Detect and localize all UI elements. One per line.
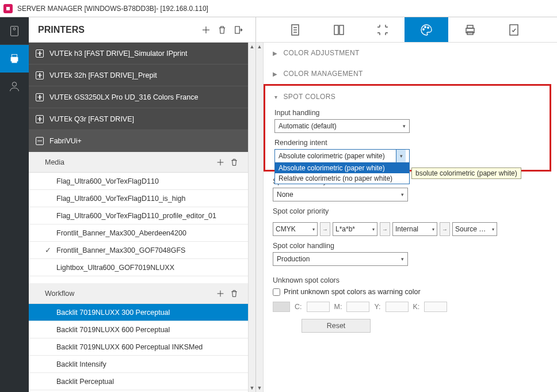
check-icon: ✓ bbox=[45, 246, 56, 254]
add-printer-button[interactable] bbox=[198, 22, 214, 38]
workflow-item-selected[interactable]: Backlit 7019NLUXX 300 Perceptual bbox=[29, 304, 248, 321]
tab-print[interactable] bbox=[448, 17, 492, 42]
workflow-item[interactable]: Backlit 7019NLUXX 600 Perceptual INKSMed bbox=[29, 338, 248, 356]
printer-item[interactable]: VUTEk GS3250LX Pro UD_316 Colors France bbox=[29, 86, 248, 108]
chevron-down-icon: ▾ bbox=[372, 227, 375, 232]
svg-point-1 bbox=[13, 28, 16, 30]
svg-rect-25 bbox=[510, 25, 518, 35]
document-icon bbox=[288, 23, 302, 37]
svg-rect-23 bbox=[467, 25, 473, 28]
tab-color[interactable] bbox=[405, 17, 448, 42]
delete-printer-button[interactable] bbox=[214, 22, 230, 38]
section-color-adjustment[interactable]: ▶ COLOR ADJUSTMENT bbox=[264, 43, 557, 63]
svg-rect-18 bbox=[339, 25, 344, 35]
printer-item[interactable]: VUTEk Q3r [FAST DRIVE] bbox=[29, 108, 248, 130]
expand-icon bbox=[36, 93, 44, 101]
chevron-down-icon: ▾ bbox=[312, 227, 315, 232]
y-input[interactable] bbox=[386, 302, 409, 312]
media-item[interactable]: Flag_Ultra600_VorTexFlagD110_is_high bbox=[29, 190, 248, 207]
warning-color-checkbox[interactable]: Print unknown spot colors as warning col… bbox=[273, 288, 548, 296]
scroll-down-icon[interactable]: ▼ bbox=[256, 384, 263, 392]
delete-media-button[interactable] bbox=[227, 155, 241, 169]
chevron-down-icon: ▾ bbox=[492, 227, 494, 232]
tab-layout[interactable] bbox=[317, 17, 361, 42]
spot-color-priority-label: Spot color priority bbox=[273, 207, 548, 215]
printer-item[interactable]: VUTEk 32h [FAST DRIVE]_Prepit bbox=[29, 64, 248, 86]
svg-rect-3 bbox=[12, 55, 17, 58]
tab-verify[interactable] bbox=[492, 17, 536, 42]
plus-icon bbox=[216, 289, 225, 298]
right-scrollbar[interactable]: ▲ ▼ bbox=[256, 43, 264, 392]
import-icon bbox=[233, 25, 243, 35]
workflow-item[interactable]: Backlit Perceptual bbox=[29, 373, 248, 390]
checkbox-input[interactable] bbox=[273, 288, 280, 296]
dropdown-option[interactable]: Relative colorimetric (no paper white) bbox=[275, 173, 409, 184]
scroll-down-icon[interactable]: ▼ bbox=[249, 384, 255, 392]
trash-icon bbox=[230, 289, 239, 298]
expand-icon bbox=[36, 50, 44, 58]
spot-color-library-select[interactable]: None ▾ bbox=[273, 188, 408, 201]
priority-select-4[interactable]: Source …▾ bbox=[452, 222, 497, 236]
warning-color-values: C: M: Y: K: bbox=[273, 302, 548, 312]
media-item[interactable]: Flag_Ultra600_VorTexFlagD110_profile_edi… bbox=[29, 207, 248, 224]
rendering-intent-select[interactable]: Absolute colorimetric (paper white) ▾ bbox=[274, 149, 410, 163]
tab-document[interactable] bbox=[273, 17, 317, 42]
priority-select-1[interactable]: CMYK▾ bbox=[273, 222, 318, 236]
spot-color-handling-select[interactable]: Production ▾ bbox=[273, 252, 408, 266]
media-group-header[interactable]: Media bbox=[29, 152, 248, 173]
rendering-intent-dropdown: Absolute colorimetric (paper white) Rela… bbox=[274, 162, 410, 184]
input-handling-select[interactable]: Automatic (default) ▾ bbox=[274, 119, 410, 133]
printer-item-expanded[interactable]: FabriVUi+ bbox=[29, 130, 248, 152]
workflow-item[interactable]: Backlit Intensify bbox=[29, 356, 248, 373]
k-input[interactable] bbox=[424, 302, 447, 312]
highlight-box: ▾ SPOT COLORS Input handling Automatic (… bbox=[264, 84, 551, 172]
priority-select-2[interactable]: L*a*b*▾ bbox=[333, 222, 377, 236]
svg-point-20 bbox=[425, 26, 426, 27]
sidebar-scrollbar[interactable]: ▲ ▼ bbox=[248, 43, 255, 392]
section-color-management[interactable]: ▶ COLOR MANAGEMENT bbox=[264, 63, 557, 84]
color-swatch[interactable] bbox=[273, 302, 290, 312]
verify-icon bbox=[507, 23, 521, 37]
svg-rect-8 bbox=[235, 26, 240, 33]
spot-color-handling-label: Spot color handling bbox=[273, 242, 548, 250]
chevron-down-icon: ▾ bbox=[274, 94, 277, 100]
import-printer-button[interactable] bbox=[230, 22, 246, 38]
delete-workflow-button[interactable] bbox=[227, 287, 241, 300]
svg-rect-4 bbox=[12, 60, 17, 63]
tab-marks[interactable] bbox=[361, 17, 405, 42]
rail-printers[interactable] bbox=[0, 45, 29, 73]
media-item[interactable]: Flag_Ultra600_VorTexFlagD110 bbox=[29, 173, 248, 190]
c-input[interactable] bbox=[307, 302, 330, 312]
priority-arrow-button[interactable]: → bbox=[320, 222, 330, 236]
printer-item[interactable]: VUTEk h3 [FAST DRIVE]_Simulator IPprint bbox=[29, 43, 248, 64]
window-title: SERVER MANAGER [WINDOWS-B78DD3B]- [192.1… bbox=[17, 5, 208, 13]
chevron-down-icon: ▾ bbox=[396, 150, 406, 162]
m-input[interactable] bbox=[346, 302, 369, 312]
chevron-down-icon: ▾ bbox=[403, 123, 406, 129]
tabbar bbox=[256, 17, 557, 43]
priority-arrow-button[interactable]: → bbox=[380, 222, 390, 236]
reset-button[interactable]: Reset bbox=[302, 319, 371, 333]
workflow-item[interactable]: Backlit 7019NLUXX 600 Perceptual bbox=[29, 321, 248, 338]
add-workflow-button[interactable] bbox=[213, 287, 227, 300]
dropdown-option[interactable]: Absolute colorimetric (paper white) bbox=[275, 163, 409, 173]
chevron-right-icon: ▶ bbox=[273, 71, 277, 77]
section-spot-colors[interactable]: ▾ SPOT COLORS bbox=[265, 88, 550, 105]
media-item[interactable]: Lightbox_Ultra600_GOF7019NLUXX bbox=[29, 259, 248, 276]
media-item-checked[interactable]: ✓Frontlit_Banner_Max300_GOF7048GFS bbox=[29, 242, 248, 259]
scroll-up-icon[interactable]: ▲ bbox=[249, 43, 255, 51]
chevron-down-icon: ▾ bbox=[432, 227, 434, 232]
rail-users[interactable] bbox=[0, 73, 29, 100]
rail-power[interactable] bbox=[0, 17, 29, 45]
workflow-group-header[interactable]: Workflow bbox=[29, 283, 248, 304]
add-media-button[interactable] bbox=[213, 155, 227, 169]
plus-icon bbox=[201, 25, 211, 35]
app-icon bbox=[3, 4, 13, 13]
printer-icon bbox=[8, 52, 21, 65]
svg-rect-17 bbox=[334, 25, 338, 35]
media-item[interactable]: Frontlit_Banner_Max300_Aberdeen4200 bbox=[29, 224, 248, 242]
priority-select-3[interactable]: Internal▾ bbox=[392, 222, 437, 236]
rendering-intent-label: Rendering intent bbox=[274, 139, 540, 147]
priority-arrow-button[interactable]: → bbox=[440, 222, 450, 236]
scroll-up-icon[interactable]: ▲ bbox=[256, 43, 263, 51]
